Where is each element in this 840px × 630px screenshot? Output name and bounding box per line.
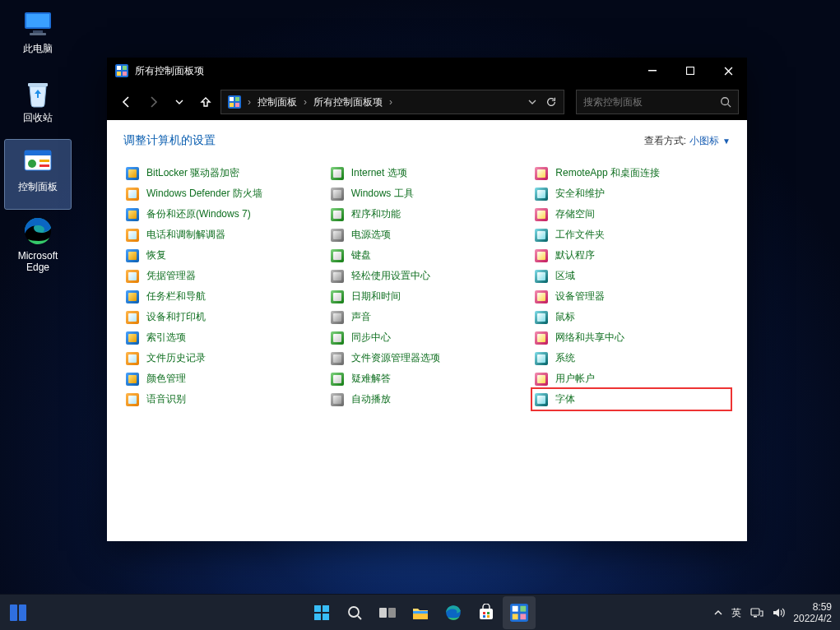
svg-rect-1 (26, 14, 49, 27)
chevron-right-icon[interactable]: › (304, 96, 307, 108)
control-panel-item[interactable]: Windows 工具 (328, 183, 527, 204)
control-panel-item[interactable]: 字体 (532, 389, 731, 410)
minimize-button[interactable] (633, 58, 671, 84)
control-panel-item[interactable]: 颜色管理 (123, 368, 322, 389)
item-icon (330, 187, 345, 202)
control-panel-item[interactable]: 日期和时间 (328, 286, 527, 307)
search-input[interactable] (583, 96, 720, 108)
control-panel-item[interactable]: 自动播放 (328, 389, 527, 410)
svg-point-31 (349, 607, 359, 617)
control-panel-item[interactable]: 系统 (532, 348, 731, 368)
task-view-button[interactable] (371, 596, 404, 629)
control-panel-item[interactable]: 用户帐户 (532, 368, 731, 389)
item-icon (534, 310, 549, 325)
control-panel-item[interactable]: 声音 (328, 307, 527, 327)
view-by-control[interactable]: 查看方式: 小图标 ▼ (644, 134, 731, 148)
svg-rect-30 (323, 614, 329, 620)
control-panel-item[interactable]: 区域 (532, 266, 731, 286)
view-by-value[interactable]: 小图标 (689, 134, 719, 148)
chevron-right-icon[interactable]: › (248, 96, 251, 108)
item-label: 系统 (555, 351, 575, 365)
svg-rect-47 (751, 609, 759, 615)
svg-rect-28 (323, 605, 329, 612)
svg-rect-9 (39, 164, 49, 167)
breadcrumb-item[interactable]: 控制面板 (258, 95, 297, 109)
item-icon (330, 228, 345, 243)
maximize-button[interactable] (671, 58, 709, 84)
taskbar: 英 8:59 2022/4/2 (0, 594, 840, 630)
svg-rect-20 (230, 97, 234, 101)
ime-indicator[interactable]: 英 (731, 606, 742, 620)
control-panel-item[interactable]: 工作文件夹 (532, 225, 731, 245)
titlebar[interactable]: 所有控制面板项 (107, 58, 747, 84)
recent-dropdown[interactable] (168, 90, 191, 113)
item-icon (330, 331, 345, 345)
control-panel-item[interactable]: 疑难解答 (328, 368, 527, 389)
control-panel-item[interactable]: 默认程序 (532, 245, 731, 266)
control-panel-item[interactable]: Windows Defender 防火墙 (123, 183, 322, 204)
control-panel-item[interactable]: 轻松使用设置中心 (328, 266, 527, 286)
control-panel-item[interactable]: 文件历史记录 (123, 348, 322, 368)
control-panel-item[interactable]: 文件资源管理器选项 (328, 348, 527, 368)
control-panel-item[interactable]: 程序和功能 (328, 204, 527, 225)
item-label: Windows 工具 (351, 187, 414, 201)
control-panel-item[interactable]: 索引选项 (123, 327, 322, 348)
search-icon[interactable] (720, 96, 731, 108)
desktop-icon-control-panel[interactable]: 控制面板 (5, 140, 71, 209)
control-panel-item[interactable]: 同步中心 (328, 327, 527, 348)
volume-icon[interactable] (772, 607, 785, 618)
desktop-icon-recycle-bin[interactable]: 回收站 (5, 71, 71, 140)
control-panel-item[interactable]: 设备管理器 (532, 286, 731, 307)
control-panel-item[interactable]: 语音识别 (123, 389, 322, 410)
network-icon[interactable] (750, 607, 763, 618)
control-panel-item[interactable]: 任务栏和导航 (123, 286, 322, 307)
control-panel-item[interactable]: RemoteApp 和桌面连接 (532, 163, 731, 183)
content-area: 调整计算机的设置 查看方式: 小图标 ▼ BitLocker 驱动器加密Inte… (107, 120, 747, 541)
file-explorer-button[interactable] (404, 596, 437, 629)
address-bar[interactable]: › 控制面板 › 所有控制面板项 › (220, 90, 564, 114)
control-panel-item[interactable]: 恢复 (123, 245, 322, 266)
forward-button[interactable] (142, 90, 165, 113)
monitor-icon (21, 7, 55, 41)
control-panel-item[interactable]: 鼠标 (532, 307, 731, 327)
refresh-button[interactable] (545, 96, 557, 108)
search-box[interactable] (576, 90, 739, 114)
breadcrumb-item[interactable]: 所有控制面板项 (313, 95, 383, 109)
desktop-icon-edge[interactable]: Microsoft Edge (5, 209, 71, 278)
widgets-button[interactable] (0, 595, 36, 630)
item-icon (534, 207, 549, 222)
store-button[interactable] (470, 596, 503, 629)
item-label: 安全和维护 (555, 187, 605, 201)
control-panel-item[interactable]: 安全和维护 (532, 183, 731, 204)
control-panel-item[interactable]: 网络和共享中心 (532, 327, 731, 348)
control-panel-item[interactable]: 存储空间 (532, 204, 731, 225)
clock[interactable]: 8:59 2022/4/2 (793, 601, 837, 625)
svg-rect-32 (379, 608, 387, 618)
start-button[interactable] (305, 596, 338, 629)
control-panel-item[interactable]: 凭据管理器 (123, 266, 322, 286)
item-label: 工作文件夹 (555, 228, 605, 242)
page-heading: 调整计算机的设置 (123, 133, 644, 148)
up-button[interactable] (194, 90, 217, 113)
control-panel-item[interactable]: Internet 选项 (328, 163, 527, 183)
control-panel-icon (21, 145, 55, 179)
control-panel-item[interactable]: BitLocker 驱动器加密 (123, 163, 322, 183)
control-panel-item[interactable]: 电话和调制解调器 (123, 225, 322, 245)
search-button[interactable] (338, 596, 371, 629)
svg-point-7 (28, 160, 36, 168)
control-panel-item[interactable]: 备份和还原(Windows 7) (123, 204, 322, 225)
address-dropdown[interactable] (527, 97, 537, 107)
item-label: 字体 (555, 392, 575, 406)
control-panel-item[interactable]: 设备和打印机 (123, 307, 322, 327)
svg-rect-23 (235, 103, 239, 107)
desktop-icon-this-pc[interactable]: 此电脑 (5, 2, 71, 71)
close-button[interactable] (709, 58, 747, 84)
control-panel-item[interactable]: 电源选项 (328, 225, 527, 245)
svg-rect-13 (117, 66, 121, 70)
back-button[interactable] (115, 90, 138, 113)
edge-taskbar-button[interactable] (437, 596, 470, 629)
control-panel-item[interactable]: 键盘 (328, 245, 527, 266)
control-panel-taskbar-button[interactable] (503, 596, 536, 629)
chevron-right-icon[interactable]: › (389, 96, 392, 108)
tray-overflow-button[interactable] (713, 608, 723, 618)
